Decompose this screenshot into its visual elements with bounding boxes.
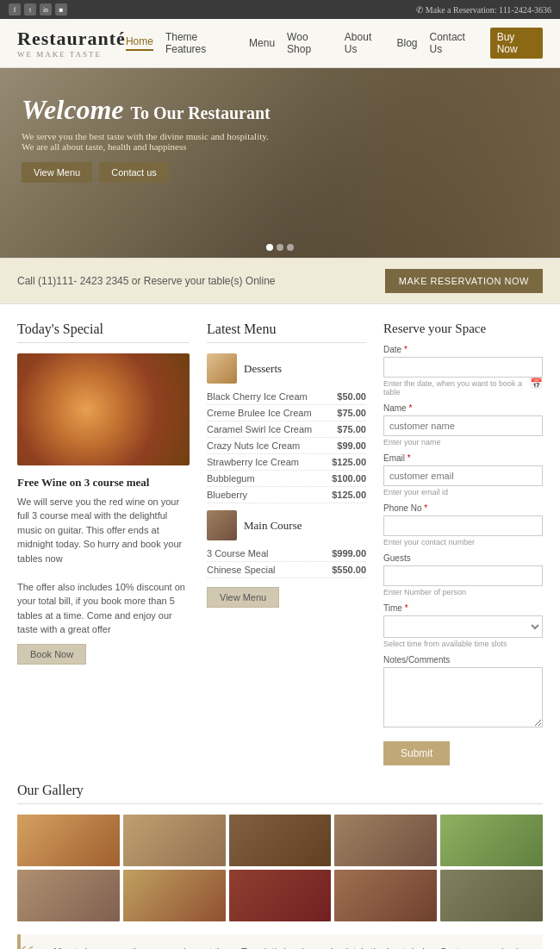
phone-info: ✆ Make a Reservation: 111-2424-3636 <box>416 5 551 15</box>
gallery-grid <box>17 815 543 921</box>
item-name: Caramel Swirl Ice Cream <box>207 424 312 434</box>
reservation-bar-text: Call (11)111- 2423 2345 or Reserve your … <box>17 275 276 287</box>
special-image <box>17 353 190 465</box>
gallery-item[interactable] <box>17 870 120 921</box>
menu-item: Creme Brulee Ice Cream $75.00 <box>207 405 366 421</box>
item-price: $550.00 <box>332 565 366 575</box>
twitter-icon[interactable]: t <box>24 3 36 16</box>
book-now-button[interactable]: Book Now <box>17 644 86 665</box>
view-menu-button[interactable]: View Menu <box>207 587 279 608</box>
item-name: Creme Brulee Ice Cream <box>207 408 312 418</box>
gallery-item[interactable] <box>123 870 226 921</box>
gallery-item[interactable] <box>17 815 120 866</box>
menu-category-desserts: Desserts <box>207 353 366 384</box>
view-menu-hero-button[interactable]: View Menu <box>22 162 92 183</box>
name-hint: Enter your name <box>383 438 543 446</box>
main-course-label: Main Course <box>244 519 302 533</box>
time-select[interactable] <box>383 615 543 638</box>
special-offer-title: Free Wine on 3 course meal <box>17 474 190 491</box>
item-price: $125.00 <box>332 457 366 467</box>
desserts-category-image <box>207 353 237 384</box>
hero-dot-3[interactable] <box>287 244 294 251</box>
phone-field-group: Phone No * Enter your contact number <box>383 503 543 546</box>
gallery-item[interactable] <box>334 870 437 921</box>
item-name: Bubblegum <box>207 473 255 484</box>
gallery-item[interactable] <box>229 815 332 866</box>
testimonial: “ After trying many other companies out … <box>17 934 543 949</box>
item-price: $125.00 <box>332 490 366 500</box>
menu-item: Bubblegum $100.00 <box>207 471 366 487</box>
name-required: * <box>408 403 412 413</box>
reserve-space-column: Reserve your Space Date * 📅 Enter the da… <box>383 322 543 765</box>
email-input[interactable] <box>383 465 543 486</box>
make-reservation-button[interactable]: MAKE RESERVATION NOW <box>385 269 543 293</box>
testimonial-content: After trying many other companies out th… <box>52 945 529 949</box>
guests-input[interactable] <box>383 565 543 586</box>
item-name: Black Cherry Ice Cream <box>207 391 308 402</box>
date-hint: Enter the date, when you want to book a … <box>383 379 543 396</box>
logo[interactable]: Restauranté WE MAKE TASTE <box>17 28 126 59</box>
hero-heading-rest: To Our Restaurant <box>130 103 270 122</box>
item-price: $50.00 <box>337 391 366 402</box>
guests-hint: Enter Number of person <box>383 588 543 596</box>
special-desc-1: We will serve you the red wine on your f… <box>17 496 182 564</box>
linkedin-icon[interactable]: in <box>40 3 52 16</box>
phone-label: Phone No * <box>383 503 543 513</box>
hero-dots <box>266 244 294 251</box>
reserve-space-title: Reserve your Space <box>383 322 543 336</box>
date-input[interactable] <box>383 357 543 378</box>
hero-buttons: View Menu Contact us <box>22 162 280 183</box>
nav-theme-features[interactable]: Theme Features <box>165 31 237 55</box>
phone-input[interactable] <box>383 515 543 536</box>
menu-category-main: Main Course <box>207 510 366 540</box>
main-course-category-image <box>207 510 237 540</box>
email-field-group: Email * Enter your email id <box>383 453 543 496</box>
gallery-item[interactable] <box>440 815 543 866</box>
testimonial-text: After trying many other companies out th… <box>34 945 529 949</box>
gallery-title: Our Gallery <box>17 783 543 804</box>
nav-menu[interactable]: Menu <box>249 37 275 49</box>
social-icons: f t in ■ <box>9 3 67 16</box>
guests-field-group: Guests Enter Number of person <box>383 553 543 596</box>
gallery-item[interactable] <box>440 870 543 921</box>
nav-woo-shop[interactable]: Woo Shop <box>287 31 333 55</box>
contact-us-hero-button[interactable]: Contact us <box>99 162 169 183</box>
submit-button[interactable]: Submit <box>383 741 450 765</box>
name-label: Name * <box>383 403 543 413</box>
nav-home[interactable]: Home <box>126 35 153 51</box>
email-hint: Enter your email id <box>383 488 543 496</box>
email-required: * <box>408 453 411 463</box>
phone-number: 111-2424-3636 <box>499 5 551 15</box>
logo-title: Restauranté <box>17 28 126 50</box>
item-price: $999.00 <box>332 548 366 559</box>
gallery-item[interactable] <box>334 815 437 866</box>
date-label: Date * <box>383 345 543 354</box>
name-input[interactable] <box>383 415 543 436</box>
menu-item: Chinese Special $550.00 <box>207 562 366 578</box>
menu-item: Caramel Swirl Ice Cream $75.00 <box>207 421 366 438</box>
header: Restauranté WE MAKE TASTE Home Theme Fea… <box>0 19 560 68</box>
rss-icon[interactable]: ■ <box>55 3 67 16</box>
notes-textarea[interactable] <box>383 667 543 727</box>
gallery-item[interactable] <box>123 815 226 866</box>
nav-blog[interactable]: Blog <box>397 37 418 49</box>
time-hint: Select time from available time slots <box>383 640 543 648</box>
facebook-icon[interactable]: f <box>9 3 21 16</box>
notes-label: Notes/Comments <box>383 655 543 665</box>
item-price: $99.00 <box>337 440 366 451</box>
special-desc-2: The offer also includes 10% discount on … <box>17 582 185 635</box>
gallery-item[interactable] <box>229 870 332 921</box>
menu-item: Crazy Nuts Ice Cream $99.00 <box>207 438 366 454</box>
date-required: * <box>404 345 408 354</box>
nav-about-us[interactable]: About Us <box>345 31 385 55</box>
top-bar: f t in ■ ✆ Make a Reservation: 111-2424-… <box>0 0 560 19</box>
gallery-section: Our Gallery <box>0 783 560 934</box>
hero-dot-1[interactable] <box>266 244 273 251</box>
todays-special-column: Today's Special Free Wine on 3 course me… <box>17 322 190 765</box>
hero-dot-2[interactable] <box>277 244 283 251</box>
item-name: Blueberry <box>207 490 247 500</box>
date-field-group: Date * 📅 Enter the date, when you want t… <box>383 345 543 396</box>
nav-contact-us[interactable]: Contact Us <box>430 31 478 55</box>
item-price: $75.00 <box>337 424 366 434</box>
nav-buy-now[interactable]: Buy Now <box>490 28 543 59</box>
